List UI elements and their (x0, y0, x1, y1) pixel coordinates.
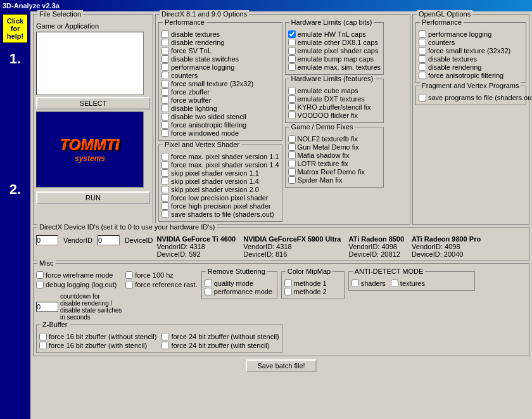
file-selection-title: File Selection (37, 10, 83, 18)
checkbox-label: disable lighting (171, 105, 217, 112)
checkbox-counters[interactable] (419, 39, 426, 46)
step2-label: 2. (10, 181, 21, 198)
checkbox-label: force anisotropic filtering (171, 121, 246, 129)
checkbox-item: emulate DXT textures (288, 95, 381, 103)
device-ids-title: DirectX Device ID's (set it to 0 to use … (37, 223, 217, 231)
remove-stuttering-group: Remove Stuttering quality mode performan… (201, 271, 277, 299)
opengl-perf-group: Performance performance loggingcountersf… (415, 22, 526, 83)
save-batch-button[interactable]: Save batch file! (246, 359, 316, 372)
checkbox-gun-metal-demo-fix[interactable] (288, 143, 296, 151)
checkbox-item: emulate cube maps (288, 87, 381, 94)
checkbox-disable-textures[interactable] (162, 30, 169, 38)
force-ref-rast-checkbox[interactable] (125, 281, 133, 288)
zbuffer-item: force 24 bit zbuffer (with stencil) (162, 342, 279, 349)
checkbox-force-windowed-mode[interactable] (162, 129, 169, 137)
checkbox-label: Matrox Reef Demo fix (298, 168, 365, 176)
checkbox-label: emulate pixel shader caps (298, 47, 379, 55)
checkbox-skip-pixel-shader-ve[interactable] (162, 169, 169, 177)
checkbox-item: Gun Metal Demo fix (288, 143, 381, 151)
checkbox-matrox-reef-demo-fix[interactable] (288, 168, 296, 176)
checkbox-label: NOLF2 texturefb fix (298, 135, 358, 143)
checkbox-save-shaders-to-file[interactable] (162, 210, 169, 218)
checkbox-item: performance logging (162, 63, 279, 71)
checkbox-item: force low precision pixel shader (162, 194, 279, 202)
zbuffer-label: force 16 bit zbuffer (without stencil) (49, 333, 156, 340)
checkbox-item: skip pixel shader version 2.0 (162, 186, 279, 193)
checkbox-item: force max. pixel shader version 1.4 (162, 161, 279, 169)
checkbox-lotr-texture-fix[interactable] (288, 160, 296, 167)
checkbox-mafia-shadow-fix[interactable] (288, 151, 296, 159)
zbuffer-checkbox-2[interactable] (162, 333, 169, 340)
checkbox-emulate-other-dx8.1-[interactable] (288, 39, 296, 46)
checkbox-disable-lighting[interactable] (162, 105, 169, 112)
select-button[interactable]: SELECT (36, 97, 150, 110)
countdown-label4: in seconds (60, 314, 122, 321)
checkbox-force-small-texture-[interactable] (162, 80, 169, 87)
checkbox-label: force max. pixel shader version 1.1 (171, 153, 279, 160)
checkbox-label: KYRO zbuffer/stencil fix (298, 103, 371, 111)
checkbox-force-zbuffer[interactable] (162, 88, 169, 96)
checkbox-item: NOLF2 texturefb fix (288, 135, 381, 143)
checkbox-skip-pixel-shader-ve[interactable] (162, 177, 169, 185)
zbuffer-checkbox-0[interactable] (39, 333, 47, 340)
checkbox-label: Gun Metal Demo fix (298, 143, 359, 151)
checkbox-force-low-precision-[interactable] (162, 194, 169, 202)
textures-checkbox[interactable] (391, 280, 398, 287)
checkbox-save-programs-to-fil[interactable] (419, 94, 426, 101)
methode1-checkbox[interactable] (284, 280, 292, 287)
checkbox-skip-pixel-shader-ve[interactable] (162, 186, 169, 193)
checkbox-performance-logging[interactable] (162, 63, 169, 71)
checkbox-spider-man-fix[interactable] (288, 176, 296, 184)
zbuffer-title: Z-Buffer (41, 321, 70, 328)
checkbox-force-max.-pixel-sha[interactable] (162, 161, 169, 169)
checkbox-disable-state-switch[interactable] (162, 55, 169, 63)
zbuffer-checkbox-1[interactable] (39, 342, 47, 349)
checkbox-item: save shaders to file (shaders.out) (162, 210, 279, 218)
checkbox-force-max.-pixel-sha[interactable] (162, 153, 169, 160)
device-id-input[interactable] (98, 235, 120, 245)
checkbox-item: LOTR texture fix (288, 160, 381, 167)
debug-logging-checkbox[interactable] (36, 281, 44, 288)
remove-stuttering-title: Remove Stuttering (206, 268, 267, 275)
force-100hz-checkbox[interactable] (125, 271, 133, 279)
checkbox-emulate-dxt-textures[interactable] (288, 95, 296, 103)
quality-mode-checkbox[interactable] (205, 280, 212, 287)
performance-mode-checkbox[interactable] (205, 288, 212, 295)
checkbox-force-wbuffer[interactable] (162, 96, 169, 104)
checkbox-disable-two-sided-st[interactable] (162, 113, 169, 120)
checkbox-performance-logging[interactable] (419, 30, 426, 38)
checkbox-label: Mafia shadow fix (298, 151, 350, 159)
device-card: NVIDIA GeForceFX 5900 UltraVendorID: 431… (243, 235, 341, 258)
checkbox-disable-rendering[interactable] (419, 63, 426, 71)
checkbox-force-sv-tnl[interactable] (162, 47, 169, 55)
checkbox-disable-rendering[interactable] (162, 39, 169, 46)
run-button[interactable]: RUN (36, 191, 150, 204)
checkbox-disable-textures[interactable] (419, 55, 426, 63)
zbuffer-checkbox-3[interactable] (162, 342, 169, 349)
checkbox-emulate-pixel-shader[interactable] (288, 47, 296, 55)
checkbox-emulate-max.-sim.-te[interactable] (288, 63, 296, 71)
device-card: ATi Radeon 9800 ProVendorID: 4098DeviceI… (412, 235, 481, 258)
checkbox-emulate-bump-map-cap[interactable] (288, 55, 296, 63)
countdown-label3: disable state switches (60, 307, 122, 314)
checkbox-voodoo-flicker-fix[interactable] (288, 112, 296, 119)
checkbox-force-small-texture-[interactable] (419, 47, 426, 55)
checkbox-force-anisotropic-fi[interactable] (162, 121, 169, 129)
checkbox-label: force anisotropic filtering (428, 72, 504, 79)
shaders-checkbox[interactable] (352, 280, 359, 287)
methode2-checkbox[interactable] (284, 288, 292, 295)
checkbox-label: force zbuffer (171, 88, 210, 96)
checkbox-label: disable textures (428, 55, 477, 63)
checkbox-counters[interactable] (162, 72, 169, 79)
vendor-id-input[interactable] (36, 235, 58, 245)
checkbox-kyro-zbuffer/stencil[interactable] (288, 103, 296, 111)
hw-features-group: Hardware Limits (features) emulate cube … (285, 79, 384, 123)
click-help-button[interactable]: Click for help! (3, 14, 28, 43)
checkbox-nolf2-texturefb-fix[interactable] (288, 135, 296, 143)
countdown-input[interactable] (36, 302, 58, 312)
checkbox-emulate-hw-tnl-caps[interactable] (288, 30, 296, 38)
checkbox-force-anisotropic-fi[interactable] (419, 72, 426, 79)
force-wireframe-checkbox[interactable] (36, 271, 44, 279)
checkbox-emulate-cube-maps[interactable] (288, 87, 296, 94)
checkbox-force-high-precision[interactable] (162, 202, 169, 210)
